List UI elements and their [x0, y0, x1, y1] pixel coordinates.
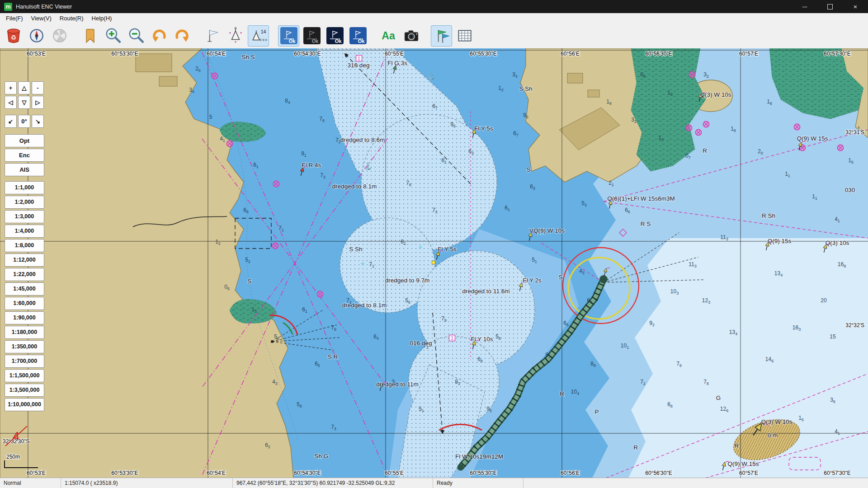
- status-bar: Normal 1:15074.0 ( x23518.9) 967,442 (60…: [0, 478, 868, 488]
- chart-label: Q(9) W 15s: [797, 135, 828, 142]
- grid-button[interactable]: [454, 25, 475, 47]
- lon-label: 60°54'E: [207, 470, 226, 476]
- scale-button-350000[interactable]: 1:350,000: [5, 340, 44, 353]
- pan-up-nav-button[interactable]: △: [18, 81, 30, 94]
- scale-button-700000[interactable]: 1:700,000: [5, 355, 44, 368]
- status-state: Ready: [433, 478, 524, 488]
- cross-symbol: +: [418, 243, 422, 251]
- menu-item-view[interactable]: View(V): [27, 13, 56, 23]
- undo-button[interactable]: [148, 25, 170, 47]
- zoom-in-nav-button[interactable]: +: [5, 81, 17, 94]
- menu-item-route[interactable]: Route(R): [56, 13, 88, 23]
- chart-label: S: [526, 166, 530, 173]
- pan-down-nav-button[interactable]: ▽: [18, 96, 30, 109]
- chart-label: Sh S: [241, 54, 255, 61]
- flags-button[interactable]: [431, 25, 452, 47]
- palette-custom-button[interactable]: Ok: [347, 25, 368, 47]
- scale-button-22000[interactable]: 1:22,000: [5, 268, 44, 281]
- pan-left-nav-button[interactable]: ◁: [5, 96, 17, 109]
- svg-text:+++: +++: [259, 37, 267, 42]
- svg-text:1: 1: [451, 336, 453, 341]
- undo-icon: [150, 27, 168, 45]
- buoy-numbers-button[interactable]: 14 +++: [248, 25, 269, 47]
- camera-icon: [402, 27, 420, 45]
- lon-label: 60°54'E: [207, 51, 226, 57]
- lon-label: 60°56'E: [561, 51, 580, 57]
- palette-dusk-button[interactable]: Ok: [301, 25, 322, 47]
- cross-symbol: +: [360, 260, 364, 267]
- delete-route-button[interactable]: ♻: [3, 25, 24, 47]
- compass-button[interactable]: [26, 25, 47, 47]
- chart-viewport[interactable]: ⚓⚓11++ 263454184787291617368711252061356…: [0, 48, 868, 478]
- buoy-symbols-button[interactable]: [225, 25, 246, 47]
- maximize-button[interactable]: [817, 0, 843, 13]
- scale-button-1000[interactable]: 1:1,000: [5, 181, 44, 194]
- menu-item-file[interactable]: File(F): [2, 13, 27, 23]
- nautical-chart[interactable]: ⚓⚓11++ 263454184787291617368711252061356…: [0, 48, 868, 478]
- scale-button-4000[interactable]: 1:4,000: [5, 225, 44, 238]
- rotate-ccw-nav-button[interactable]: ↙: [5, 115, 17, 128]
- screenshot-button[interactable]: [401, 25, 422, 47]
- scale-button-45000[interactable]: 1:45,000: [5, 282, 44, 296]
- scale-button-180000[interactable]: 1:180,000: [5, 326, 44, 339]
- chart-label: Fl W 10s19m12M: [455, 453, 503, 460]
- lon-label: 60°57'E: [739, 470, 758, 476]
- zoom-out-button[interactable]: [125, 25, 146, 47]
- lat-label: 32°32'S: [845, 322, 864, 328]
- chart-label: 030: [845, 187, 855, 193]
- chart-label: Q(3) W 10s: [700, 91, 731, 98]
- mooring-buoy: [273, 243, 278, 249]
- scale-button-60000[interactable]: 1:60,000: [5, 297, 44, 310]
- chart-boundaries-button[interactable]: [202, 25, 223, 47]
- chart-label: Q(9) W 15s: [727, 460, 759, 467]
- toolbar-separator: [271, 23, 276, 48]
- zoom-out-nav-button[interactable]: -: [32, 81, 44, 94]
- lon-label: 60°53'30"E: [111, 51, 138, 57]
- chart-label: R: [703, 147, 707, 154]
- sounding: 5: [209, 114, 212, 120]
- mooring-buoy: [703, 122, 709, 127]
- lon-label: 60°53'E: [27, 470, 46, 476]
- palette-night-button[interactable]: Ok: [324, 25, 345, 47]
- scale-button-3000[interactable]: 1:3,000: [5, 210, 44, 223]
- enc-button[interactable]: Enc: [5, 149, 44, 162]
- scale-button-8000[interactable]: 1:8,000: [5, 239, 44, 252]
- opt-button[interactable]: Opt: [5, 134, 44, 147]
- chart-label: Fl Y 5s: [438, 246, 457, 253]
- scale-button-12000[interactable]: 1:12,000: [5, 253, 44, 267]
- chart-label: S Sh: [519, 85, 532, 92]
- chart-label: dredged to 9.7m: [385, 277, 429, 284]
- chart-label: Fl Y 5s: [474, 125, 493, 132]
- chart-label: R S: [641, 221, 651, 227]
- chart-label: R: [633, 444, 638, 451]
- rotate-cw-nav-button[interactable]: ↘: [32, 115, 44, 128]
- zoom-in-icon: [104, 27, 122, 45]
- lon-label: 60°56'30"E: [645, 470, 672, 476]
- scale-button-2000[interactable]: 1:2,000: [5, 196, 44, 209]
- fan-tool-button[interactable]: [49, 25, 70, 47]
- scale-button-1500000[interactable]: 1:1,500,000: [5, 369, 44, 382]
- chart-label: R: [560, 390, 564, 397]
- menu-item-help[interactable]: Help(H): [88, 13, 116, 23]
- minimize-button[interactable]: ─: [792, 0, 817, 13]
- bookmark-icon: [81, 27, 99, 45]
- chart-label: G: [716, 394, 721, 401]
- scale-button-90000[interactable]: 1:90,000: [5, 311, 44, 324]
- palette-day-button[interactable]: Ok: [278, 25, 299, 47]
- ais-button[interactable]: AIS: [5, 163, 44, 176]
- pan-right-nav-button[interactable]: ▷: [32, 96, 44, 109]
- chart-label: dredged to 8.6m: [340, 136, 385, 143]
- map-sidebar: +△-◁▽▷↙0°↘ OptEncAIS 1:1,0001:2,0001:3,0…: [5, 81, 46, 413]
- bookmark-button[interactable]: [79, 25, 100, 47]
- scale-button-10000000[interactable]: 1:10,000,000: [5, 398, 44, 411]
- heading-reset-nav-button[interactable]: 0°: [18, 115, 30, 128]
- magenta-number-box: 1: [356, 56, 362, 61]
- zoom-in-button[interactable]: [102, 25, 123, 47]
- chart-label: P: [594, 408, 599, 415]
- chart-label: dredged to 11.6m: [462, 288, 510, 295]
- redo-button[interactable]: [171, 25, 193, 47]
- mooring-buoy: [317, 291, 323, 297]
- scale-button-3500000[interactable]: 1:3,500,000: [5, 384, 44, 397]
- close-button[interactable]: ×: [843, 0, 868, 13]
- text-size-button[interactable]: Aa: [377, 25, 399, 47]
